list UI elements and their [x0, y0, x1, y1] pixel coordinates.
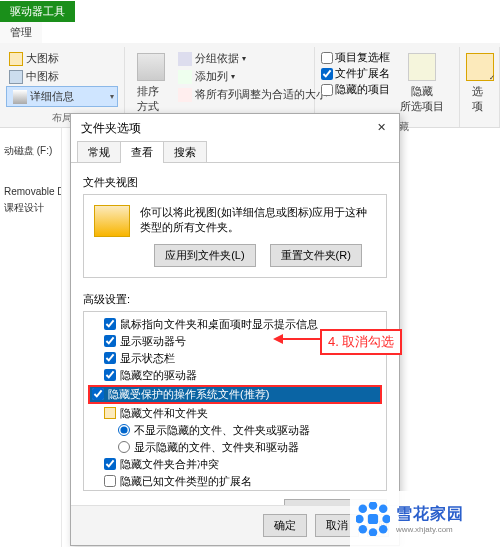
- folder-icon: [94, 205, 130, 237]
- apply-to-folders-button[interactable]: 应用到文件夹(L): [154, 244, 255, 267]
- sort-icon: [137, 53, 165, 81]
- hidden-items-chk[interactable]: [321, 84, 333, 96]
- big-icon-btn[interactable]: 大图标: [6, 50, 62, 67]
- manage-subtab[interactable]: 管理: [0, 22, 42, 43]
- watermark-name: 雪花家园: [396, 504, 464, 525]
- radio-dont-show[interactable]: [118, 424, 130, 436]
- ok-button[interactable]: 确定: [263, 514, 307, 537]
- sort-btn[interactable]: 排序方式: [131, 49, 171, 118]
- chk-hide-empty[interactable]: [104, 369, 116, 381]
- chk-hide-protected[interactable]: [92, 388, 104, 400]
- chk-merge-conflict[interactable]: [104, 458, 116, 470]
- hidden-files-folder-icon: [104, 407, 116, 419]
- drive-tools-tab[interactable]: 驱动器工具: [0, 1, 75, 22]
- chk-hide-ext[interactable]: [104, 475, 116, 487]
- svg-point-3: [369, 502, 378, 510]
- folder-views-label: 文件夹视图: [83, 175, 387, 190]
- autosize-btn[interactable]: 将所有列调整为合适的大小: [175, 86, 330, 103]
- mid-icon-glyph: [9, 70, 23, 84]
- grouping-btn[interactable]: 分组依据 ▾: [175, 50, 249, 67]
- svg-point-5: [356, 515, 364, 524]
- ribbon-tabs: 驱动器工具: [0, 0, 500, 22]
- detail-icon: [13, 90, 27, 104]
- hide-icon: [408, 53, 436, 81]
- svg-point-8: [359, 525, 368, 534]
- add-column-icon: [178, 70, 192, 84]
- options-icon: ✓: [466, 53, 494, 81]
- folder-views-box: 你可以将此视图(如详细信息或图标)应用于这种类型的所有文件夹。 应用到文件夹(L…: [83, 194, 387, 278]
- watermark-logo-icon: [356, 502, 390, 536]
- disk-item[interactable]: 动磁盘 (F:): [3, 142, 58, 160]
- chk-drive-letter[interactable]: [104, 335, 116, 347]
- chk-tooltip[interactable]: [104, 318, 116, 330]
- dialog-titlebar: 文件夹选项 ✕: [71, 114, 399, 141]
- dialog-title: 文件夹选项: [81, 120, 141, 137]
- svg-point-7: [382, 515, 390, 524]
- close-icon[interactable]: ✕: [371, 121, 391, 137]
- reset-folders-button[interactable]: 重置文件夹(R): [270, 244, 362, 267]
- radio-show-hidden[interactable]: [118, 441, 130, 453]
- mid-icon-btn[interactable]: 中图标: [6, 68, 62, 85]
- options-group: ✓ 选项: [460, 47, 500, 127]
- tab-general[interactable]: 常规: [77, 141, 121, 163]
- watermark-url: www.xhjaty.com: [396, 525, 464, 534]
- big-icon-glyph: [9, 52, 23, 66]
- folder-views-text: 你可以将此视图(如详细信息或图标)应用于这种类型的所有文件夹。 应用到文件夹(L…: [140, 205, 376, 267]
- callout-annotation: 4. 取消勾选: [320, 329, 402, 355]
- watermark: 雪花家园 www.xhjaty.com: [350, 491, 500, 547]
- chk-status-bar[interactable]: [104, 352, 116, 364]
- layout-expand-icon[interactable]: ▾: [110, 92, 114, 101]
- course-item[interactable]: 课程设计: [3, 199, 58, 217]
- svg-point-10: [379, 525, 388, 534]
- sidebar: 动磁盘 (F:) Removable Dis 课程设计: [0, 128, 62, 547]
- options-btn[interactable]: ✓ 选项: [466, 49, 493, 118]
- item-checkbox-chk[interactable]: [321, 52, 333, 64]
- grouping-icon: [178, 52, 192, 66]
- dialog-tabs: 常规 查看 搜索: [71, 141, 399, 163]
- svg-point-4: [379, 505, 388, 514]
- hide-selected-btn[interactable]: 隐藏 所选项目: [394, 49, 450, 118]
- svg-point-9: [369, 528, 378, 536]
- file-ext-chk[interactable]: [321, 68, 333, 80]
- svg-point-2: [359, 505, 368, 514]
- autosize-icon: [178, 88, 192, 102]
- svg-rect-6: [368, 514, 378, 524]
- detail-info-btn[interactable]: 详细信息: [10, 88, 77, 105]
- chk-hide-protected-row[interactable]: 隐藏受保护的操作系统文件(推荐): [88, 385, 382, 404]
- removable-item[interactable]: Removable Dis: [3, 184, 58, 199]
- tab-view[interactable]: 查看: [120, 141, 164, 163]
- tab-search[interactable]: 搜索: [163, 141, 207, 163]
- add-column-btn[interactable]: 添加列 ▾: [175, 68, 238, 85]
- advanced-label: 高级设置:: [83, 292, 387, 307]
